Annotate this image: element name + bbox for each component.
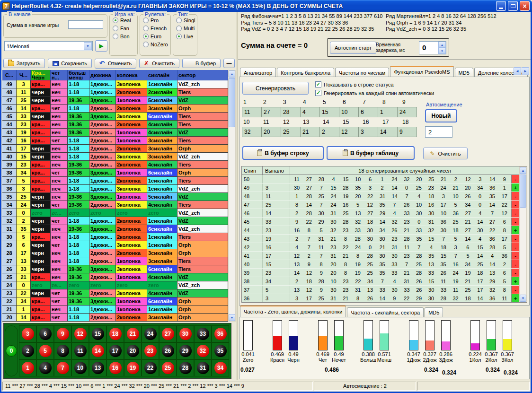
- board-cell[interactable]: 16: [106, 359, 124, 376]
- clear-button[interactable]: Очистить: [139, 59, 179, 68]
- new-button[interactable]: Новый: [425, 109, 457, 122]
- history-scrollbar[interactable]: ▲ ▼: [228, 70, 236, 322]
- buffer-button[interactable]: В буфер: [182, 59, 221, 68]
- history-row[interactable]: 2322чернчет19-362дюжи...3колонка4сиклайн…: [2, 289, 228, 297]
- spin-row[interactable]: 4423168532233330342621333230182730228+: [242, 226, 519, 235]
- board-cell[interactable]: 27: [159, 325, 177, 342]
- spin-row[interactable]: 4533922293028321814322303136252114276-: [242, 218, 519, 226]
- history-row[interactable]: 2633черннеч19-363дюжи...3колонка6сиклайн…: [2, 265, 228, 273]
- maximize-button[interactable]: [508, 1, 518, 11]
- history-row[interactable]: 322чернчет1-181дюжи...2колонка1сиклайнVd…: [2, 217, 228, 225]
- history-row[interactable]: 3135черннеч19-363дюжи...2колонка6сиклайн…: [2, 225, 228, 233]
- board-zero-cell[interactable]: 0: [5, 325, 18, 376]
- spinner-up-button[interactable]: ▲: [438, 42, 446, 48]
- preset-select[interactable]: 1Melonati ▼: [4, 41, 93, 51]
- spin-row[interactable]: 3923141292081925353321283326241918136-: [242, 269, 519, 277]
- board-cell[interactable]: 14: [89, 342, 106, 359]
- spin-row[interactable]: 461422830312513272943330301036274712-: [242, 209, 519, 218]
- spin-row[interactable]: 40151398208192535337251335163425142-: [242, 260, 519, 269]
- history-row[interactable]: 2521кра...неч19-362дюжи...1колонка4сикла…: [2, 273, 228, 281]
- history-row[interactable]: 4117черннеч1-182дюжи...2колонка3сиклайнO…: [2, 145, 228, 153]
- undo-button[interactable]: Отменить: [95, 59, 136, 69]
- history-row[interactable]: 2234кра...чет19-363дюжи...1колонка6сикла…: [2, 297, 228, 306]
- tab-3[interactable]: Частоты по числам: [335, 68, 389, 77]
- board-cell[interactable]: 1: [19, 359, 36, 376]
- close-button[interactable]: ×: [520, 1, 530, 11]
- history-row[interactable]: 3525черннеч19-363дюжи...1колонка5сиклайн…: [2, 193, 228, 201]
- radio-type-multi[interactable]: Multi: [176, 26, 196, 31]
- board-cell[interactable]: 3: [19, 325, 36, 342]
- history-row[interactable]: 240zeroze...zerozerozerozeroVdZ_zch: [2, 281, 228, 289]
- radio-type-singl[interactable]: Singl: [176, 17, 196, 23]
- spin-row[interactable]: 42164711232224021311174183615285-: [242, 243, 519, 252]
- history-row[interactable]: 3834кра...чет19-363дюжи...1колонка6сикла…: [2, 169, 228, 177]
- minimize-button[interactable]: [496, 1, 506, 11]
- board-cell[interactable]: 6: [36, 325, 54, 342]
- history-row[interactable]: 4811черннеч1-181дюжи...2колонка2сиклайнT…: [2, 88, 228, 96]
- board-cell[interactable]: 32: [194, 342, 212, 359]
- board-cell[interactable]: 18: [106, 325, 124, 342]
- history-row[interactable]: 296чернчет1-181дюжи...3колонка1сиклайнOr…: [2, 241, 228, 249]
- radio-type-live[interactable]: Live: [176, 34, 196, 39]
- board-cell[interactable]: 17: [106, 342, 124, 359]
- clear-generated-button[interactable]: Очистить: [423, 148, 468, 159]
- board-cell[interactable]: 24: [142, 325, 159, 342]
- spin-row[interactable]: 4725814724165123572610161753401422-: [242, 201, 519, 209]
- board-cell[interactable]: 4: [36, 359, 54, 376]
- spin-row[interactable]: 363317253121826149222930283218143611+: [242, 294, 519, 302]
- board-cell[interactable]: 9: [54, 325, 71, 342]
- collapse-button[interactable]: —: [223, 59, 235, 68]
- spin-row[interactable]: 48111282524192022311474183102603517-: [242, 192, 519, 201]
- tab-1[interactable]: Анализатор: [240, 68, 276, 77]
- board-cell[interactable]: 8: [54, 342, 71, 359]
- history-row[interactable]: 375кра...неч1-181дюжи...2колонка1сиклайн…: [2, 177, 228, 185]
- history-row[interactable]: 4725черннеч19-363дюжи...1колонка5сиклайн…: [2, 96, 228, 105]
- spin-row[interactable]: 50112728415106124322025212123149-: [242, 175, 519, 183]
- board-cell[interactable]: 28: [177, 359, 194, 376]
- board-cell[interactable]: 26: [159, 342, 177, 359]
- board-cell[interactable]: 2: [19, 342, 36, 359]
- history-row[interactable]: 4319кра...неч19-362дюжи...1колонка4сикла…: [2, 129, 228, 137]
- history-row[interactable]: 4533черннеч19-363дюжи...3колонка6сиклайн…: [2, 113, 228, 121]
- play-button[interactable]: ▶: [95, 40, 107, 52]
- history-row[interactable]: 2817черннеч1-182дюжи...2колонка3сиклайнO…: [2, 249, 228, 257]
- board-cell[interactable]: 19: [124, 359, 142, 376]
- load-button[interactable]: Загрузить: [3, 59, 45, 68]
- radio-roulette-euro[interactable]: Euro: [143, 34, 169, 39]
- board-cell[interactable]: 35: [212, 342, 229, 359]
- board-cell[interactable]: 21: [124, 325, 142, 342]
- scroll-up-button[interactable]: ▲: [229, 70, 235, 78]
- radio-roulette-french[interactable]: French: [143, 26, 169, 31]
- generate-button[interactable]: Сгенерировать: [242, 82, 309, 95]
- history-row[interactable]: 4015черннеч1-182дюжи...3колонка3сиклайнV…: [2, 153, 228, 161]
- history-row[interactable]: 211кра...неч1-181дюжи...1колонка1сиклайн…: [2, 306, 228, 314]
- spin-row[interactable]: 4117122731218283030232835157514436-: [242, 252, 519, 260]
- board-cell[interactable]: 12: [71, 325, 89, 342]
- scroll-thumb[interactable]: [520, 175, 526, 208]
- radio-roulette-pro[interactable]: Pro: [143, 17, 169, 23]
- chevron-down-icon[interactable]: ▼: [84, 42, 92, 50]
- tab-scroll-left-button[interactable]: ◄: [514, 67, 521, 75]
- tab-2[interactable]: Контроль банкролла: [277, 68, 334, 77]
- delay-spinner[interactable]: 0 ▲ ▼: [419, 41, 446, 54]
- board-cell[interactable]: 22: [142, 359, 159, 376]
- board-cell[interactable]: 11: [71, 342, 89, 359]
- radio-roulette-nozero[interactable]: NoZero: [143, 42, 169, 47]
- freq-tab-1[interactable]: Частота - Zero, шансы, дюжины, колонки: [240, 306, 346, 317]
- freq-tab-3[interactable]: MD5: [425, 307, 443, 317]
- tab-5[interactable]: MD5: [455, 68, 473, 77]
- history-row[interactable]: 3424чернчет19-362дюжи...3колонка4сиклайн…: [2, 201, 228, 209]
- board-cell[interactable]: 15: [89, 325, 106, 342]
- freq-tab-2[interactable]: Частота - сиклайны, сектора: [347, 307, 424, 317]
- board-cell[interactable]: 29: [177, 342, 194, 359]
- board-cell[interactable]: 30: [177, 325, 194, 342]
- spin-row[interactable]: 383421828102322347431261511192117295+: [242, 277, 519, 286]
- scroll-down-button[interactable]: ▼: [229, 314, 235, 321]
- history-row[interactable]: 305кра...неч1-181дюжи...2колонка1сиклайн…: [2, 233, 228, 241]
- history-row[interactable]: 330zeroze...zerozerozerozeroVdZ_zch: [2, 209, 228, 217]
- board-cell[interactable]: 10: [71, 359, 89, 376]
- board-cell[interactable]: 34: [212, 359, 229, 376]
- board-cell[interactable]: 33: [194, 325, 212, 342]
- title-bar[interactable]: 7 HelperRoullet 4.32- create helperroull…: [0, 0, 532, 12]
- history-row[interactable]: 493кра...неч1-181дюжи...3колонка1сиклайн…: [2, 80, 228, 88]
